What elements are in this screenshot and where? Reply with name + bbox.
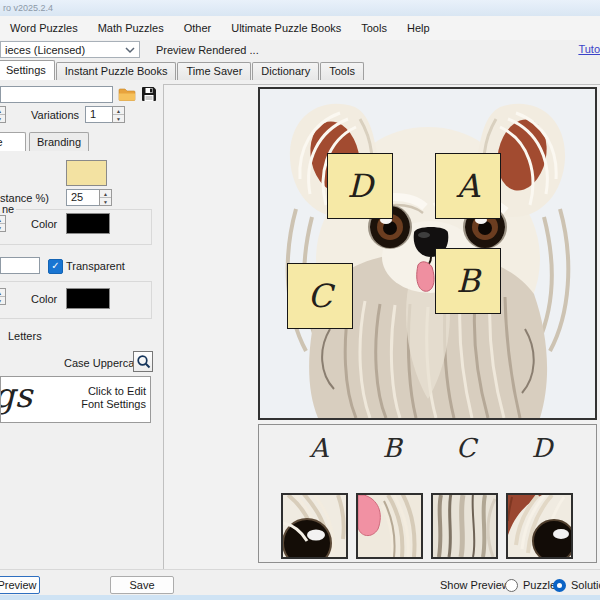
menu-tools[interactable]: Tools (351, 18, 397, 38)
settings-panel: ▲ ▼ Variations 1 ▲ ▼ le Branding stance … (0, 80, 162, 570)
spin-down-icon[interactable]: ▼ (100, 198, 111, 205)
background-input[interactable] (0, 257, 40, 274)
folder-icon (118, 87, 136, 102)
spin-down-icon[interactable]: ▼ (113, 115, 124, 122)
answer-letter-c: C (446, 433, 486, 463)
chevron-down-icon (125, 47, 135, 54)
border-color-label: Color (31, 293, 57, 305)
radio-solution[interactable] (553, 579, 566, 592)
spin-up-icon[interactable]: ▲ (113, 107, 124, 115)
font-settings-box[interactable]: gs Click to Edit Font Settings (0, 376, 151, 423)
variations-spinner[interactable]: ▲ ▼ (112, 106, 125, 123)
answer-crop-b (356, 493, 423, 559)
answer-letter-d: D (522, 433, 562, 463)
book-name-input[interactable] (0, 86, 113, 103)
menu-bar: Word Puzzles Math Puzzles Other Ultimate… (0, 16, 600, 40)
distance-spinner[interactable]: ▲ ▼ (99, 189, 112, 206)
answer-crop-d (506, 493, 573, 559)
tab-time-saver[interactable]: Time Saver (177, 62, 251, 80)
open-folder-button[interactable] (117, 85, 137, 103)
crop-eye-left-image (283, 495, 346, 557)
font-sample: gs (0, 376, 32, 415)
toolbar: ieces (Licensed) Preview Rendered ... Tu… (0, 40, 600, 60)
case-search-button[interactable] (133, 351, 153, 372)
solution-card-d: D (327, 153, 393, 219)
variations-label: Variations (31, 109, 79, 121)
answer-crop-c (431, 493, 498, 559)
show-preview-label: Show Preview: (440, 579, 513, 591)
puzzle-image-frame: D A C B (258, 87, 597, 420)
spin-down-icon[interactable]: ▼ (0, 115, 5, 122)
menu-other[interactable]: Other (174, 18, 222, 38)
solution-card-b: B (435, 248, 501, 314)
outline-group-label: ne (0, 203, 16, 215)
spin-down-icon[interactable]: ▼ (0, 297, 5, 304)
preview-panel: D A C B A B C D (163, 84, 600, 571)
preview-rendered-label: Preview Rendered ... (156, 44, 259, 56)
menu-word-puzzles[interactable]: Word Puzzles (0, 18, 88, 38)
spin-down-icon[interactable]: ▼ (0, 224, 5, 231)
tab-tools[interactable]: Tools (320, 62, 364, 80)
variations-input[interactable]: 1 (85, 106, 113, 123)
save-preview-button[interactable]: Save Preview (110, 576, 174, 594)
border-color-swatch[interactable] (66, 288, 110, 309)
answer-key-box: A B C D (258, 424, 597, 563)
search-icon (136, 354, 151, 369)
answer-letter-a: A (299, 433, 339, 463)
distance-input[interactable]: 25 (66, 189, 100, 206)
subtab-branding[interactable]: Branding (29, 132, 89, 151)
crop-fur-image (433, 495, 496, 557)
outline-color-swatch[interactable] (66, 213, 110, 234)
app-window: ro v2025.2.4 Word Puzzles Math Puzzles O… (0, 0, 600, 600)
solution-card-a: A (435, 153, 501, 219)
radio-puzzle[interactable] (505, 579, 518, 592)
font-edit-label: Click to Edit Font Settings (81, 385, 146, 411)
menu-ultimate-puzzle-books[interactable]: Ultimate Puzzle Books (221, 18, 351, 38)
transparent-label: Transparent (66, 260, 125, 272)
spin-up-icon[interactable]: ▲ (0, 107, 5, 115)
tab-instant-puzzle-books[interactable]: Instant Puzzle Books (56, 62, 177, 80)
window-bottom-edge (0, 595, 600, 600)
pieces-combo-value: ieces (Licensed) (5, 44, 85, 56)
menu-math-puzzles[interactable]: Math Puzzles (88, 18, 174, 38)
radio-puzzle-label[interactable]: Puzzle (523, 579, 556, 591)
preview-button[interactable]: Preview (0, 576, 40, 594)
main-tab-strip: Settings Instant Puzzle Books Time Saver… (0, 60, 365, 80)
left-edge-spinner[interactable]: ▲ ▼ (0, 106, 6, 123)
tab-dictionary[interactable]: Dictionary (252, 62, 319, 80)
answer-crop-a (281, 493, 348, 559)
fill-color-swatch[interactable] (66, 160, 107, 186)
radio-solution-label[interactable]: Solution (571, 579, 600, 591)
letters-group-label: Letters (8, 330, 42, 342)
tutorials-link[interactable]: Tuto (578, 43, 600, 55)
subtab-style[interactable]: le (0, 132, 26, 151)
tab-settings[interactable]: Settings (0, 60, 55, 80)
spin-up-icon[interactable]: ▲ (0, 289, 5, 297)
save-icon (141, 86, 157, 102)
bottom-bar: Preview Save Preview Show Preview: Puzzl… (0, 569, 600, 600)
dog-illustration (260, 89, 595, 418)
spin-up-icon[interactable]: ▲ (100, 190, 111, 198)
crop-eye-right-image (508, 495, 571, 557)
window-title: ro v2025.2.4 (0, 0, 600, 16)
answer-letter-b: B (372, 433, 412, 463)
solution-card-c: C (287, 263, 353, 329)
pieces-combo[interactable]: ieces (Licensed) (0, 41, 140, 58)
outline-color-label: Color (31, 218, 57, 230)
spin-up-icon[interactable]: ▲ (0, 216, 5, 224)
crop-tongue-image (358, 495, 421, 557)
transparent-checkbox[interactable]: ✓ (48, 259, 63, 274)
save-button[interactable] (140, 85, 158, 103)
border-width-spinner[interactable]: ▲ ▼ (0, 288, 6, 305)
menu-help[interactable]: Help (397, 18, 440, 38)
outline-width-spinner[interactable]: ▲ ▼ (0, 215, 6, 232)
